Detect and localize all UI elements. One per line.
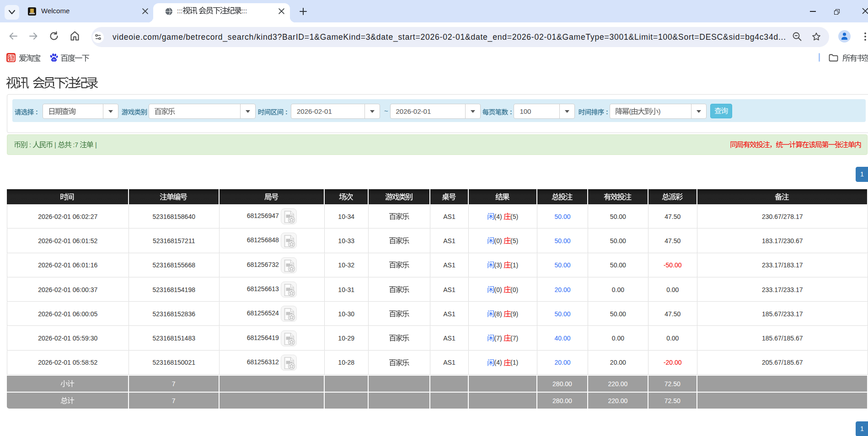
svg-text:du: du xyxy=(53,58,55,61)
